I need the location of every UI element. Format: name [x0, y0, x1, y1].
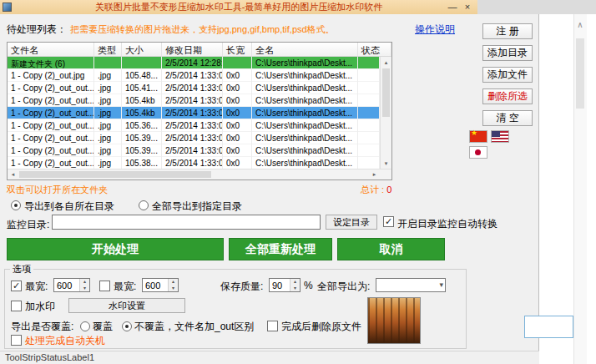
- table-cell: 0x0: [223, 132, 252, 144]
- column-filename[interactable]: 文件名: [8, 43, 94, 56]
- table-cell: [122, 57, 162, 69]
- clear-button[interactable]: 清 空: [482, 110, 533, 126]
- table-row[interactable]: 1 - Copy (2)_out.jpg .jpg 105.48... 2/5/…: [8, 69, 380, 82]
- table-row[interactable]: 1 - Copy (2)_out_out... .jpg 105.39... 2…: [8, 132, 380, 144]
- minimize-button[interactable]: —: [446, 0, 459, 14]
- scroll-up-icon[interactable]: [381, 57, 391, 68]
- monitor-dir-input[interactable]: [52, 215, 321, 230]
- scroll-down-icon[interactable]: [381, 158, 391, 169]
- hscroll-thumb[interactable]: [19, 171, 211, 178]
- table-cell: .jpg: [94, 69, 122, 82]
- quality-value[interactable]: 90: [270, 279, 290, 291]
- quality-spinner[interactable]: 90: [269, 278, 301, 292]
- export-as-combobox[interactable]: [376, 278, 446, 292]
- table-cell: C:\Users\thinkpad\Deskt...: [252, 144, 358, 157]
- help-link[interactable]: 操作说明: [415, 23, 455, 37]
- table-row[interactable]: 1 - Copy (2)_out_out... .jpg 105.36... 2…: [8, 119, 380, 132]
- watermark-checkbox[interactable]: [11, 301, 22, 311]
- delete-original-label[interactable]: 完成后删除原文件: [281, 320, 361, 334]
- shutdown-checkbox[interactable]: [11, 335, 22, 346]
- table-cell: [358, 94, 380, 107]
- table-row-selected[interactable]: 1 - Copy (2)_out_out... .jpg 105.4kb 2/5…: [8, 107, 380, 119]
- radio-export-own-dir-label[interactable]: 导出到各自所在目录: [24, 200, 114, 214]
- table-cell: 0x0: [223, 94, 252, 107]
- radio-no-overwrite-label[interactable]: 不覆盖，文件名加_out区别: [134, 320, 254, 334]
- add-directory-button[interactable]: 添加目录: [482, 45, 533, 61]
- radio-export-specified-dir[interactable]: [139, 200, 149, 210]
- auto-monitor-checkbox[interactable]: [383, 216, 394, 227]
- spinner-down-icon[interactable]: [290, 286, 300, 292]
- max-width-spinner[interactable]: 600: [53, 278, 90, 292]
- auto-monitor-label[interactable]: 开启目录监控自动转换: [397, 217, 498, 231]
- percent-label: %: [304, 280, 313, 291]
- vscroll-thumb[interactable]: [382, 68, 390, 117]
- table-row[interactable]: 1 - Copy (2)_out_out... .jpg 105.39... 2…: [8, 144, 380, 157]
- title-bar: 关联图片批量不变形压缩加水印工具-最简单好用的图片压缩加水印软件 — ×: [0, 0, 477, 14]
- radio-export-specified-dir-label[interactable]: 全部导出到指定目录: [152, 200, 242, 214]
- radio-overwrite[interactable]: [80, 321, 90, 331]
- column-fullname[interactable]: 全名: [252, 43, 358, 56]
- scroll-right-icon[interactable]: [369, 169, 380, 179]
- usa-flag-icon[interactable]: [491, 130, 509, 143]
- quality-label: 保存质量:: [220, 280, 263, 294]
- export-as-label: 全部导出为:: [317, 280, 370, 294]
- max-width2-spinner[interactable]: 600: [142, 278, 179, 292]
- radio-export-own-dir[interactable]: [11, 200, 21, 210]
- table-row[interactable]: 新建文件夹 (6) 2/5/2014 12:28:... C:\Users\th…: [8, 57, 380, 69]
- japan-flag-icon[interactable]: [469, 146, 487, 159]
- china-flag-icon[interactable]: [469, 130, 487, 143]
- add-files-button[interactable]: 添加文件: [482, 67, 533, 83]
- delete-selected-button[interactable]: 删除所选: [482, 88, 533, 104]
- max-width-value[interactable]: 600: [54, 279, 79, 291]
- watermark-settings-button[interactable]: 水印设置: [68, 298, 185, 313]
- cancel-button[interactable]: 取消: [337, 238, 445, 260]
- column-type[interactable]: 类型: [94, 43, 122, 56]
- start-button[interactable]: 开始处理: [7, 238, 224, 260]
- max-width2-value[interactable]: 600: [143, 279, 168, 291]
- register-button[interactable]: 注 册: [482, 23, 533, 39]
- spinner-up-icon[interactable]: [80, 279, 89, 286]
- table-row[interactable]: 1 - Copy (2)_out_out... .jpg 105.38... 2…: [8, 157, 380, 169]
- background-scroll-thumb[interactable]: [576, 38, 584, 109]
- table-hscrollbar[interactable]: [8, 169, 391, 179]
- set-directory-button[interactable]: 设定目录: [326, 215, 377, 230]
- table-row[interactable]: 1 - Copy (2)_out_out... .jpg 105.41... 2…: [8, 82, 380, 94]
- spinner-down-icon[interactable]: [80, 286, 89, 292]
- table-cell: C:\Users\thinkpad\Deskt...: [252, 57, 358, 69]
- spinner-down-icon[interactable]: [169, 286, 178, 292]
- table-cell: [223, 57, 252, 69]
- table-cell: 2/5/2014 1:33:0...: [162, 107, 223, 119]
- radio-no-overwrite[interactable]: [122, 321, 132, 331]
- shutdown-label[interactable]: 处理完成自动关机: [25, 334, 105, 348]
- column-status[interactable]: 状态: [358, 43, 391, 56]
- table-cell: 2/5/2014 1:33:0...: [162, 119, 223, 132]
- watermark-label[interactable]: 加水印: [25, 300, 55, 314]
- table-cell: .jpg: [94, 157, 122, 169]
- status-text: ToolStripStatusLabel1: [5, 352, 94, 362]
- open-folder-tip: 双击可以打开所在文件夹: [7, 184, 108, 196]
- table-row[interactable]: 1 - Copy (2)_out_out... .jpg 105.4kb 2/5…: [8, 94, 380, 107]
- table-cell: 2/5/2014 12:28:...: [162, 57, 223, 69]
- pending-list-label: 待处理列表：: [7, 23, 67, 37]
- column-dims[interactable]: 长宽: [223, 43, 252, 56]
- table-cell: 新建文件夹 (6): [8, 57, 94, 69]
- max-width-label[interactable]: 最宽:: [25, 280, 48, 294]
- scroll-left-icon[interactable]: [8, 169, 18, 179]
- max-width2-label[interactable]: 最宽:: [114, 280, 136, 294]
- column-date[interactable]: 修改日期: [162, 43, 223, 56]
- delete-original-checkbox[interactable]: [267, 321, 278, 331]
- column-size[interactable]: 大小: [122, 43, 162, 56]
- radio-overwrite-label[interactable]: 覆盖: [93, 320, 113, 334]
- spinner-up-icon[interactable]: [169, 279, 178, 286]
- scroll-chevron-icon[interactable]: [573, 20, 587, 29]
- table-cell: C:\Users\thinkpad\Deskt...: [252, 119, 358, 132]
- table-vscrollbar[interactable]: [380, 57, 391, 169]
- table-cell: 0x0: [223, 157, 252, 169]
- max-width2-checkbox[interactable]: [99, 281, 110, 291]
- max-width-checkbox[interactable]: [11, 281, 22, 291]
- close-button[interactable]: ×: [461, 0, 474, 14]
- spinner-up-icon[interactable]: [290, 279, 300, 286]
- reprocess-all-button[interactable]: 全部重新处理: [229, 238, 332, 260]
- floating-text-box[interactable]: [524, 316, 573, 338]
- table-cell: 2/5/2014 1:33:0...: [162, 69, 223, 82]
